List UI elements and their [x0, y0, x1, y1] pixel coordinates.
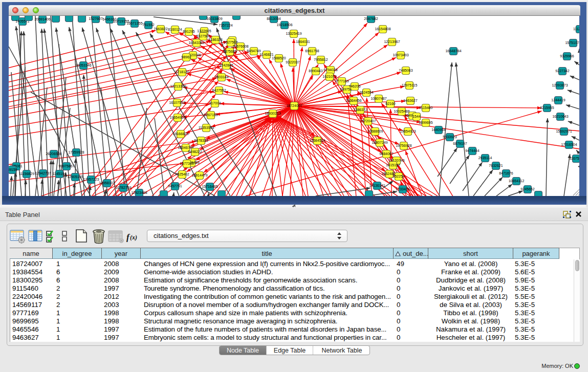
svg-text:16210643: 16210643	[552, 115, 568, 118]
svg-text:19654925: 19654925	[169, 116, 185, 119]
svg-text:10807487: 10807487	[371, 97, 386, 100]
svg-text:16648784: 16648784	[445, 49, 461, 53]
svg-text:9463627: 9463627	[403, 99, 417, 102]
svg-text:9227342: 9227342	[555, 69, 569, 73]
svg-text:20676608: 20676608	[232, 45, 248, 48]
svg-text:7632621: 7632621	[489, 164, 503, 167]
svg-text:14136141: 14136141	[369, 184, 385, 187]
svg-text:746206: 746206	[349, 84, 360, 88]
svg-text:15720407: 15720407	[360, 119, 376, 123]
svg-text:1864031: 1864031	[296, 40, 310, 43]
svg-text:2087682: 2087682	[364, 17, 378, 20]
svg-text:891295: 891295	[183, 30, 194, 33]
svg-text:16107553: 16107553	[169, 101, 185, 104]
svg-text:15716485: 15716485	[202, 185, 217, 188]
svg-text:16033809: 16033809	[206, 17, 222, 20]
svg-text:1244419: 1244419	[551, 98, 565, 102]
svg-text:9327500: 9327500	[196, 34, 210, 38]
svg-text:9327508: 9327508	[224, 40, 237, 44]
svg-text:12942737: 12942737	[35, 171, 51, 175]
svg-text:8990443: 8990443	[309, 69, 322, 73]
svg-text:17016504: 17016504	[561, 143, 577, 146]
svg-text:18930213: 18930213	[265, 112, 280, 115]
svg-text:12975115: 12975115	[402, 83, 418, 87]
svg-text:8471676: 8471676	[499, 171, 513, 175]
svg-text:9322037: 9322037	[286, 60, 299, 64]
svg-text:19756928: 19756928	[396, 144, 411, 147]
svg-text:16782759: 16782759	[115, 186, 131, 189]
svg-text:8878334: 8878334	[194, 139, 208, 142]
svg-text:18807249: 18807249	[372, 141, 387, 144]
svg-text:(x): (x)	[130, 234, 137, 241]
svg-text:1577345: 1577345	[180, 162, 193, 165]
svg-text:7485063: 7485063	[399, 69, 412, 72]
svg-text:8427552: 8427552	[212, 89, 226, 92]
svg-text:7955812: 7955812	[314, 58, 328, 61]
svg-text:11353594: 11353594	[199, 126, 214, 129]
svg-text:9777169: 9777169	[335, 79, 349, 83]
svg-text:9457791: 9457791	[168, 184, 182, 188]
svg-text:16543362: 16543362	[188, 41, 204, 45]
svg-text:5933923: 5933923	[443, 135, 456, 139]
svg-text:9115460: 9115460	[419, 106, 433, 110]
svg-text:13325419: 13325419	[286, 32, 301, 35]
svg-text:10958107: 10958107	[99, 181, 115, 185]
svg-text:8186328: 8186328	[208, 38, 222, 41]
svg-text:1588520: 1588520	[272, 56, 286, 60]
svg-text:1544: 1544	[412, 115, 421, 118]
svg-text:9146821: 9146821	[259, 53, 273, 56]
svg-text:8813054: 8813054	[267, 17, 280, 20]
svg-text:12923468: 12923468	[131, 191, 147, 194]
svg-text:751552: 751552	[142, 23, 154, 27]
svg-text:1733426: 1733426	[396, 187, 409, 191]
svg-text:3624554: 3624554	[359, 91, 373, 94]
svg-text:10025488: 10025488	[394, 110, 409, 113]
svg-text:5498222: 5498222	[188, 150, 202, 154]
svg-text:6961758: 6961758	[305, 49, 319, 53]
svg-text:15692971: 15692971	[556, 129, 572, 133]
svg-text:11584534: 11584534	[310, 139, 325, 142]
svg-text:16914479: 16914479	[191, 173, 207, 177]
svg-text:9242845: 9242845	[219, 63, 233, 67]
svg-text:18724007: 18724007	[286, 104, 302, 107]
svg-text:252254: 252254	[393, 174, 404, 178]
svg-text:7386372: 7386372	[353, 108, 367, 112]
svg-text:19166829: 19166829	[172, 132, 188, 136]
svg-text:12093873: 12093873	[552, 83, 568, 87]
svg-text:19654923: 19654923	[400, 129, 416, 133]
svg-text:98961: 98961	[181, 55, 191, 59]
svg-text:26206536: 26206536	[46, 152, 61, 156]
svg-text:1112880: 1112880	[573, 27, 579, 31]
svg-text:12213967: 12213967	[384, 40, 400, 43]
svg-text:8160124: 8160124	[168, 28, 182, 31]
svg-text:9245652: 9245652	[520, 187, 534, 191]
svg-text:16154808: 16154808	[375, 27, 390, 31]
svg-text:20053346: 20053346	[75, 63, 91, 67]
svg-text:19218506: 19218506	[276, 23, 292, 27]
svg-text:2718120: 2718120	[175, 70, 189, 74]
svg-text:9884067: 9884067	[379, 152, 393, 156]
svg-text:6879197: 6879197	[453, 142, 467, 145]
svg-text:1527607: 1527607	[89, 17, 102, 20]
svg-text:20691406: 20691406	[34, 17, 50, 21]
svg-text:3875685: 3875685	[223, 50, 236, 53]
svg-text:12213369: 12213369	[170, 84, 186, 88]
svg-text:17957223: 17957223	[83, 178, 99, 181]
svg-text:7663822: 7663822	[154, 27, 167, 31]
svg-text:10973493: 10973493	[393, 53, 408, 57]
svg-text:8215955: 8215955	[540, 106, 554, 110]
svg-text:8267150: 8267150	[204, 113, 217, 117]
svg-text:11156829: 11156829	[19, 172, 34, 176]
svg-text:1640954: 1640954	[431, 128, 445, 132]
svg-text:9329966: 9329966	[560, 54, 574, 58]
svg-text:16671355: 16671355	[126, 21, 142, 25]
svg-text:12905135: 12905135	[67, 175, 83, 179]
svg-text:15751074: 15751074	[565, 41, 579, 45]
svg-text:17359928: 17359928	[68, 150, 84, 154]
svg-text:2803144: 2803144	[214, 75, 228, 79]
svg-text:99975867: 99975867	[58, 164, 74, 168]
svg-text:1145194: 1145194	[53, 172, 67, 176]
svg-text:2935114: 2935114	[478, 156, 492, 160]
svg-text:917004: 917004	[209, 101, 221, 105]
svg-text:1167533: 1167533	[570, 157, 579, 160]
